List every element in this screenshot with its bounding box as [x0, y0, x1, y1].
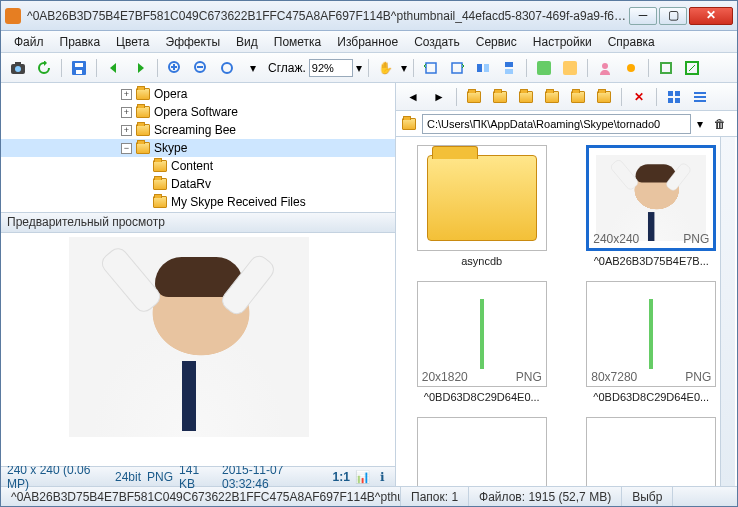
thumb-image[interactable]: 80x7280PNG ^0BD63D8C29D64E0...: [574, 281, 730, 403]
flip-h-icon[interactable]: [472, 57, 494, 79]
menu-create[interactable]: Создать: [407, 33, 467, 51]
camera-icon[interactable]: [7, 57, 29, 79]
tool-b-icon[interactable]: [559, 57, 581, 79]
hand-icon[interactable]: ✋: [375, 57, 397, 79]
thumbnail-grid[interactable]: asyncdb 240x240PNG ^0AB26B3D75B4E7B... 2…: [396, 137, 737, 486]
menu-help[interactable]: Справка: [601, 33, 662, 51]
zoom-in-icon[interactable]: [164, 57, 186, 79]
tree-item[interactable]: My Skype Received Files: [1, 193, 395, 211]
tree-item[interactable]: DataRv: [1, 175, 395, 193]
zoom-dropdown[interactable]: ▾: [356, 61, 362, 75]
trash-icon[interactable]: 🗑: [709, 113, 731, 135]
view-list-icon[interactable]: [689, 86, 711, 108]
expand-icon[interactable]: +: [121, 89, 132, 100]
info-format: PNG: [147, 470, 173, 484]
tree-label: Screaming Bee: [154, 123, 236, 137]
folder-open-icon[interactable]: [567, 86, 589, 108]
path-row: ▾ 🗑: [396, 111, 737, 137]
preview-image: [69, 237, 309, 437]
menu-file[interactable]: Файл: [7, 33, 51, 51]
menu-view[interactable]: Вид: [229, 33, 265, 51]
thumb-image[interactable]: [404, 417, 560, 486]
histogram-icon[interactable]: 📊: [356, 470, 370, 484]
thumb-dims: 80x7280: [591, 370, 637, 384]
menu-colors[interactable]: Цвета: [109, 33, 156, 51]
folder-new-icon[interactable]: [541, 86, 563, 108]
back-icon[interactable]: [103, 57, 125, 79]
maximize-button[interactable]: ▢: [659, 7, 687, 25]
zoom-out-icon[interactable]: [190, 57, 212, 79]
thumb-fmt: PNG: [683, 232, 709, 246]
refresh-icon[interactable]: [33, 57, 55, 79]
zoom-input[interactable]: [309, 59, 353, 77]
delete-icon[interactable]: ✕: [628, 86, 650, 108]
app-icon: [5, 8, 21, 24]
thumb-fmt: PNG: [685, 370, 711, 384]
path-input[interactable]: [422, 114, 691, 134]
folder-mark-icon[interactable]: [593, 86, 615, 108]
folder-icon: [153, 196, 167, 208]
forward-icon[interactable]: [129, 57, 151, 79]
preview-infobar: 240 x 240 (0.06 MP) 24bit PNG 141 KB 201…: [1, 466, 395, 486]
tree-label: Content: [171, 159, 213, 173]
person-icon[interactable]: [594, 57, 616, 79]
folder-home-icon[interactable]: [489, 86, 511, 108]
svg-rect-5: [76, 70, 82, 74]
minimize-button[interactable]: ─: [629, 7, 657, 25]
folder-up-icon[interactable]: [463, 86, 485, 108]
collapse-icon[interactable]: −: [121, 143, 132, 154]
tree-item[interactable]: +Opera Software: [1, 103, 395, 121]
svg-rect-14: [505, 69, 513, 74]
hand-dropdown[interactable]: ▾: [401, 61, 407, 75]
thumb-image-selected[interactable]: 240x240PNG ^0AB26B3D75B4E7B...: [574, 145, 730, 267]
thumb-image[interactable]: [574, 417, 730, 486]
nav-forward-icon[interactable]: ►: [428, 86, 450, 108]
thumb-dims: 20x1820: [422, 370, 468, 384]
preview-pane[interactable]: [1, 233, 395, 466]
info-icon[interactable]: ℹ: [376, 470, 389, 484]
view-grid-icon[interactable]: [663, 86, 685, 108]
smooth-label: Сглаж.: [268, 61, 306, 75]
thumb-dims: 240x240: [593, 232, 639, 246]
nav-back-icon[interactable]: ◄: [402, 86, 424, 108]
svg-rect-21: [668, 91, 673, 96]
menubar: Файл Правка Цвета Эффекты Вид Пометка Из…: [1, 31, 737, 53]
menu-favorites[interactable]: Избранное: [330, 33, 405, 51]
tree-item-skype[interactable]: −Skype: [1, 139, 395, 157]
path-dropdown[interactable]: ▾: [697, 117, 703, 131]
sun-icon[interactable]: [620, 57, 642, 79]
tree-item[interactable]: +Opera: [1, 85, 395, 103]
save-icon[interactable]: [68, 57, 90, 79]
rotate-right-icon[interactable]: [446, 57, 468, 79]
close-button[interactable]: ✕: [689, 7, 733, 25]
expand-icon[interactable]: +: [121, 125, 132, 136]
preview-header: Предварительный просмотр: [1, 213, 395, 233]
menu-settings[interactable]: Настройки: [526, 33, 599, 51]
window-title: ^0AB26B3D75B4E7BF581C049C673622B1FFC475A…: [27, 9, 629, 23]
expand-icon[interactable]: +: [121, 107, 132, 118]
zoom-dropdown-icon[interactable]: ▾: [242, 57, 264, 79]
main-toolbar: ▾ Сглаж. ▾ ✋ ▾: [1, 53, 737, 83]
zoom-fit-icon[interactable]: [216, 57, 238, 79]
svg-rect-22: [675, 91, 680, 96]
menu-mark[interactable]: Пометка: [267, 33, 329, 51]
thumb-folder[interactable]: asyncdb: [404, 145, 560, 267]
crop-icon[interactable]: [655, 57, 677, 79]
folder-tree[interactable]: +Opera +Opera Software +Screaming Bee −S…: [1, 83, 395, 213]
svg-rect-26: [694, 96, 706, 98]
menu-effects[interactable]: Эффекты: [159, 33, 228, 51]
tool-a-icon[interactable]: [533, 57, 555, 79]
tree-item[interactable]: Content: [1, 157, 395, 175]
folder-fav-icon[interactable]: [515, 86, 537, 108]
thumb-image[interactable]: 20x1820PNG ^0BD63D8C29D64E0...: [404, 281, 560, 403]
resize-icon[interactable]: [681, 57, 703, 79]
folder-icon: [136, 124, 150, 136]
svg-rect-23: [668, 98, 673, 103]
rotate-left-icon[interactable]: [420, 57, 442, 79]
menu-service[interactable]: Сервис: [469, 33, 524, 51]
tree-item[interactable]: +Screaming Bee: [1, 121, 395, 139]
menu-edit[interactable]: Правка: [53, 33, 108, 51]
svg-rect-25: [694, 92, 706, 94]
svg-point-18: [627, 64, 635, 72]
flip-v-icon[interactable]: [498, 57, 520, 79]
